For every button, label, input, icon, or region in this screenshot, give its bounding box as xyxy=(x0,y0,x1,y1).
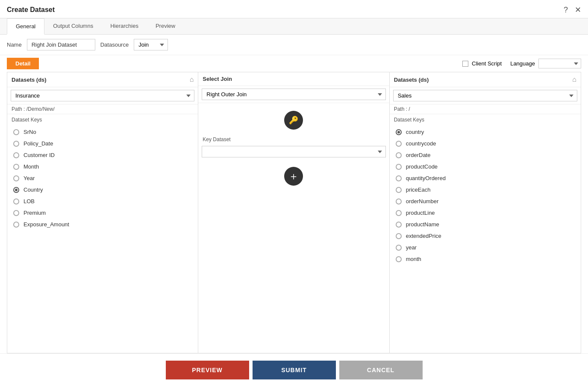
key-label-ExposureAmount: Exposure_Amount xyxy=(24,221,69,228)
add-button[interactable]: ＋ xyxy=(284,167,303,186)
radio-Month[interactable] xyxy=(13,164,19,170)
radio-orderDate[interactable] xyxy=(396,152,402,158)
key-dataset-select[interactable] xyxy=(202,146,385,157)
radio-countrycode[interactable] xyxy=(396,141,402,147)
right-dataset-select[interactable]: Sales xyxy=(393,90,577,101)
left-panel: Datasets (ds) ⌂ Insurance Path : /Demo/N… xyxy=(7,72,198,353)
key-label-month: month xyxy=(406,256,421,262)
detail-section: Detail Client Script Language Datasets (… xyxy=(0,55,588,353)
right-path: Path : / xyxy=(390,104,581,114)
list-item[interactable]: productName xyxy=(390,219,581,230)
radio-month[interactable] xyxy=(396,256,402,262)
right-panel-header: Datasets (ds) ⌂ xyxy=(390,72,581,87)
cancel-button[interactable]: CANCEL xyxy=(339,361,423,379)
key-dataset-label: Key Dataset xyxy=(198,133,389,144)
key-label-countrycode: countrycode xyxy=(406,140,436,147)
radio-productLine[interactable] xyxy=(396,210,402,216)
radio-SrNo[interactable] xyxy=(13,129,19,135)
tab-output-columns[interactable]: Output Columns xyxy=(44,18,102,34)
key-label-productLine: productLine xyxy=(406,210,435,216)
list-item[interactable]: productCode xyxy=(390,161,581,172)
radio-quantityOrdered[interactable] xyxy=(396,175,402,181)
name-value[interactable]: Right Join Dataset xyxy=(27,39,95,50)
right-keys-label: Dataset Keys xyxy=(390,114,581,124)
list-item[interactable]: month xyxy=(390,253,581,265)
close-button[interactable]: ✕ xyxy=(575,5,581,15)
language-label: Language xyxy=(510,60,535,67)
key-label-SrNo: SrNo xyxy=(24,129,36,135)
right-panel: Datasets (ds) ⌂ Sales Path : / Dataset K… xyxy=(390,72,581,353)
mid-panel: Select Join Right Outer Join Inner Join … xyxy=(198,72,389,353)
key-dataset-select-row xyxy=(198,144,389,159)
language-select[interactable] xyxy=(538,59,581,68)
list-item[interactable]: Policy_Date xyxy=(7,138,198,149)
key-label-priceEach: priceEach xyxy=(406,187,431,193)
tab-preview[interactable]: Preview xyxy=(147,18,184,34)
radio-LOB[interactable] xyxy=(13,198,19,204)
detail-button[interactable]: Detail xyxy=(7,58,39,69)
list-item[interactable]: productLine xyxy=(390,207,581,219)
left-path-value: /Demo/New/ xyxy=(26,106,55,112)
list-item[interactable]: Country xyxy=(7,184,198,195)
radio-Year[interactable] xyxy=(13,175,19,181)
tab-general[interactable]: General xyxy=(7,18,44,35)
preview-button[interactable]: PREVIEW xyxy=(166,361,249,379)
list-item[interactable]: Month xyxy=(7,161,198,172)
left-home-icon[interactable]: ⌂ xyxy=(190,76,194,83)
radio-priceEach[interactable] xyxy=(396,187,402,193)
list-item[interactable]: country xyxy=(390,126,581,138)
tab-hierarchies[interactable]: Hierarchies xyxy=(102,18,147,34)
key-icon: 🔑 xyxy=(289,116,298,125)
key-icon-button[interactable]: 🔑 xyxy=(284,111,303,130)
radio-country[interactable] xyxy=(396,129,402,135)
radio-productCode[interactable] xyxy=(396,164,402,170)
join-type-select[interactable]: Right Outer Join Inner Join Left Outer J… xyxy=(202,89,385,100)
left-dataset-select[interactable]: Insurance xyxy=(11,90,194,101)
three-columns: Datasets (ds) ⌂ Insurance Path : /Demo/N… xyxy=(7,72,581,353)
list-item[interactable]: orderDate xyxy=(390,149,581,161)
list-item[interactable]: priceEach xyxy=(390,184,581,195)
client-script-checkbox[interactable] xyxy=(462,61,468,67)
radio-CustomerID[interactable] xyxy=(13,152,19,158)
right-path-label: Path : xyxy=(394,106,407,112)
list-item[interactable]: year xyxy=(390,242,581,253)
left-ds-select-row: Insurance xyxy=(7,87,198,104)
list-item[interactable]: quantityOrdered xyxy=(390,172,581,184)
submit-button[interactable]: SUBMIT xyxy=(253,361,336,379)
radio-orderNumber[interactable] xyxy=(396,198,402,204)
key-label-Month: Month xyxy=(24,163,39,170)
list-item[interactable]: Exposure_Amount xyxy=(7,219,198,230)
right-path-value: / xyxy=(409,106,410,112)
list-item[interactable]: Premium xyxy=(7,207,198,219)
key-label-Policy_Date: Policy_Date xyxy=(24,140,53,147)
list-item[interactable]: countrycode xyxy=(390,138,581,149)
key-label-extendedPrice: extendedPrice xyxy=(406,233,441,239)
key-label-quantityOrdered: quantityOrdered xyxy=(406,175,446,181)
radio-extendedPrice[interactable] xyxy=(396,233,402,239)
list-item[interactable]: Customer ID xyxy=(7,149,198,161)
radio-ExposureAmount[interactable] xyxy=(13,222,19,228)
key-label-CustomerID: Customer ID xyxy=(24,152,55,158)
radio-year[interactable] xyxy=(396,245,402,251)
key-label-Premium: Premium xyxy=(24,210,46,216)
right-home-icon[interactable]: ⌂ xyxy=(572,76,576,83)
key-label-Country: Country xyxy=(24,187,43,193)
key-label-orderDate: orderDate xyxy=(406,152,431,158)
key-label-country: country xyxy=(406,129,424,135)
right-ds-select-row: Sales xyxy=(390,87,581,104)
radio-Premium[interactable] xyxy=(13,210,19,216)
modal-title: Create Dataset xyxy=(7,6,55,14)
list-item[interactable]: orderNumber xyxy=(390,195,581,207)
help-button[interactable]: ? xyxy=(564,6,568,15)
list-item[interactable]: extendedPrice xyxy=(390,230,581,242)
list-item[interactable]: SrNo xyxy=(7,126,198,138)
radio-Country[interactable] xyxy=(13,187,19,193)
list-item[interactable]: Year xyxy=(7,172,198,184)
left-datasets-label: Datasets (ds) xyxy=(12,77,47,83)
list-item[interactable]: LOB xyxy=(7,195,198,207)
datasource-select[interactable]: Join xyxy=(134,39,168,50)
radio-productName[interactable] xyxy=(396,222,402,228)
radio-Policy_Date[interactable] xyxy=(13,141,19,147)
left-keys-label: Dataset Keys xyxy=(7,114,198,124)
detail-bar: Detail Client Script Language xyxy=(7,55,581,72)
